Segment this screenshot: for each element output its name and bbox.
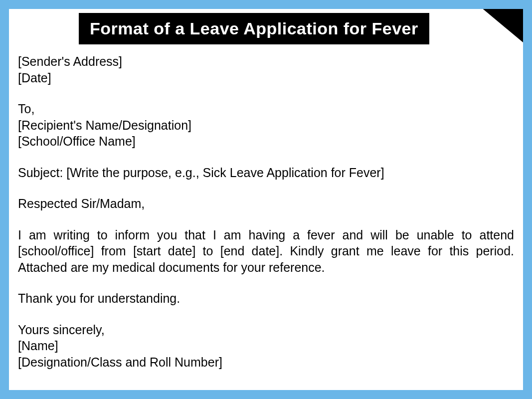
recipient-org: [School/Office Name] [18,133,514,150]
sender-block: [Sender's Address] [Date] [18,53,514,86]
subject-line: Subject: [Write the purpose, e.g., Sick … [18,165,514,181]
document-content: [Sender's Address] [Date] To, [Recipient… [9,44,523,370]
thanks-line: Thank you for understanding. [18,290,514,307]
sender-date: [Date] [18,70,514,86]
salutation: Respected Sir/Madam, [18,196,514,212]
salutation-block: Respected Sir/Madam, [18,196,514,212]
document-frame: Format of a Leave Application for Fever … [0,0,532,399]
subject-block: Subject: [Write the purpose, e.g., Sick … [18,165,514,181]
document-title: Format of a Leave Application for Fever [79,13,429,44]
body-paragraph: I am writing to inform you that I am hav… [18,227,514,276]
closing-designation: [Designation/Class and Roll Number] [18,354,514,371]
closing-name: [Name] [18,338,514,354]
closing-valediction: Yours sincerely, [18,322,514,338]
sender-address: [Sender's Address] [18,53,514,70]
recipient-to: To, [18,101,514,117]
closing-block: Yours sincerely, [Name] [Designation/Cla… [18,322,514,371]
thanks-block: Thank you for understanding. [18,290,514,307]
recipient-name: [Recipient's Name/Designation] [18,117,514,134]
recipient-block: To, [Recipient's Name/Designation] [Scho… [18,101,514,150]
corner-fold-decoration [472,0,532,50]
